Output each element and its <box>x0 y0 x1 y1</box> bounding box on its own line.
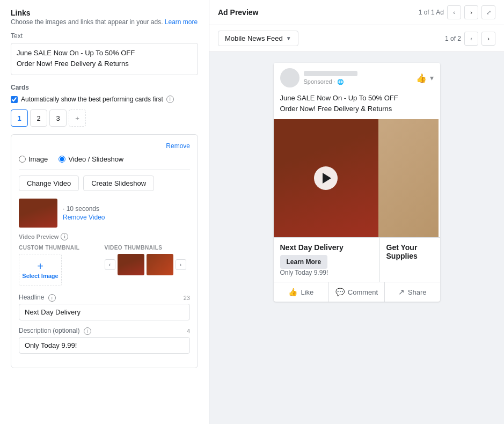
remove-link[interactable]: Remove <box>166 142 190 150</box>
lock-icon: 🌐 <box>337 79 344 85</box>
ad-card-profile: Sponsored · 🌐 <box>280 68 357 87</box>
comment-label: Comment <box>348 288 378 296</box>
placement-chevron-icon: ▼ <box>286 35 291 41</box>
ad-preview-header: Ad Preview 1 of 1 Ad ‹ › ⤢ <box>209 0 504 25</box>
section-title: Links <box>11 9 198 17</box>
radio-video[interactable]: Video / Slideshow <box>59 155 123 163</box>
description-char-count: 4 <box>187 328 190 334</box>
text-label: Text <box>11 32 198 40</box>
ad-secondary-image <box>378 119 439 237</box>
card-nav-next-button[interactable]: › <box>481 32 495 46</box>
ad-nav: 1 of 1 Ad ‹ › ⤢ <box>419 5 495 19</box>
card-tab-3[interactable]: 3 <box>49 109 67 127</box>
share-icon: ↗ <box>398 288 405 296</box>
right-panel: Ad Preview 1 of 1 Ad ‹ › ⤢ Mobile News F… <box>209 0 504 424</box>
comment-button[interactable]: 💬 Comment <box>329 282 385 302</box>
select-image-label: Select Image <box>22 273 58 279</box>
checkbox-row: Automatically show the best performing c… <box>11 96 198 103</box>
share-button[interactable]: ↗ Share <box>385 282 440 302</box>
text-box: June SALE Now On - Up To 50% OFFOrder No… <box>11 43 198 75</box>
card-nav-prev-button[interactable]: ‹ <box>464 32 478 46</box>
description-field-row: Description (optional) i 4 <box>19 327 190 354</box>
ad-preview-title: Ad Preview <box>218 8 258 17</box>
button-row: Change Video Create Slideshow <box>19 176 190 191</box>
description-info-icon: i <box>84 327 91 335</box>
ad-nav-next-button[interactable]: › <box>464 5 478 19</box>
carousel-next-button[interactable]: › <box>176 259 186 270</box>
video-thumb-1[interactable] <box>118 254 144 275</box>
ad-secondary-img-top <box>378 119 439 237</box>
ad-card-header: Sponsored · 🌐 👍 ▾ <box>274 63 440 93</box>
play-triangle-icon <box>323 173 331 184</box>
video-thumb-col-label: VIDEO THUMBNAILS <box>105 245 191 251</box>
radio-row: Image Video / Slideshow <box>19 155 190 163</box>
avatar <box>280 68 300 87</box>
video-thumb-inner <box>19 199 57 228</box>
card-nav-info: 1 of 2 <box>445 35 461 42</box>
plus-icon: + <box>37 261 43 272</box>
ad-cta-headline: Next Day Delivery <box>280 243 373 252</box>
learn-more-link[interactable]: Learn more <box>165 18 198 26</box>
change-video-button[interactable]: Change Video <box>19 176 79 191</box>
placement-select[interactable]: Mobile News Feed ▼ <box>218 31 298 46</box>
divider <box>19 170 190 170</box>
video-thumbnail <box>19 199 57 228</box>
ad-card-body-text: June SALE Now On - Up To 50% OFFOrder No… <box>274 93 440 119</box>
radio-image-input[interactable] <box>19 156 26 163</box>
card-tab-1[interactable]: 1 <box>11 109 28 127</box>
video-thumbs-carousel: ‹ › <box>105 254 191 275</box>
checkbox-label: Automatically show the best performing c… <box>21 96 163 103</box>
left-panel: Links Choose the images and links that a… <box>0 0 209 424</box>
card-tab-add[interactable]: + <box>69 109 86 127</box>
custom-thumb-button[interactable]: + Select Image <box>19 254 62 286</box>
profile-info: Sponsored · 🌐 <box>304 71 357 85</box>
preview-area: Sponsored · 🌐 👍 ▾ June SALE Now On - Up … <box>209 52 504 312</box>
play-button[interactable] <box>314 166 338 190</box>
video-thumbs-col: VIDEO THUMBNAILS ‹ › <box>105 245 191 286</box>
ad-cta-desc: Only Today 9.99! <box>280 269 373 276</box>
remove-video-link[interactable]: Remove Video <box>63 214 105 221</box>
share-label: Share <box>408 288 427 296</box>
video-duration: · 10 seconds <box>63 205 99 213</box>
preview-controls: Mobile News Feed ▼ 1 of 2 ‹ › <box>209 25 504 52</box>
card-box: Remove Image Video / Slideshow Change Vi… <box>11 134 198 368</box>
create-slideshow-button[interactable]: Create Slideshow <box>83 176 154 191</box>
thumbnails-section: CUSTOM THUMBNAIL + Select Image VIDEO TH… <box>19 245 190 286</box>
card-tab-2[interactable]: 2 <box>30 109 47 127</box>
expand-button[interactable]: ⤢ <box>481 5 495 19</box>
video-preview-label: Video Preview i <box>19 233 190 240</box>
radio-video-label: Video / Slideshow <box>68 155 123 163</box>
headline-label-text: Headline i <box>19 294 56 302</box>
auto-order-checkbox[interactable] <box>11 96 18 103</box>
ad-card-images <box>274 119 440 237</box>
card-tabs: 1 2 3 + <box>11 109 198 127</box>
shield-icon: · <box>334 78 335 85</box>
sponsored-text: Sponsored · 🌐 <box>304 78 357 85</box>
headline-field-row: Headline i 23 <box>19 294 190 320</box>
like-button[interactable]: 👍 Like <box>274 282 330 302</box>
ad-nav-prev-button[interactable]: ‹ <box>447 5 461 19</box>
video-thumb-2[interactable] <box>147 254 173 275</box>
info-icon: i <box>166 96 174 103</box>
ad-nav-info: 1 of 1 Ad <box>419 9 444 16</box>
video-preview-info-icon: i <box>61 233 68 240</box>
ad-cta-main: Next Day Delivery Learn More Only Today … <box>274 238 380 282</box>
ad-body-content: June SALE Now On - Up To 50% OFFOrder No… <box>280 94 398 113</box>
ad-main-image <box>274 119 378 237</box>
comment-icon: 💬 <box>335 288 345 296</box>
sponsored-label: Sponsored <box>304 78 332 85</box>
radio-video-input[interactable] <box>59 156 65 163</box>
custom-thumb-col: CUSTOM THUMBNAIL + Select Image <box>19 245 105 286</box>
cta-learn-more-button[interactable]: Learn More <box>280 255 328 269</box>
description-input[interactable] <box>19 337 190 354</box>
card-nav: 1 of 2 ‹ › <box>445 32 495 46</box>
like-label: Like <box>301 288 313 296</box>
headline-input[interactable] <box>19 304 190 320</box>
headline-char-count: 23 <box>184 295 190 301</box>
carousel-prev-button[interactable]: ‹ <box>105 259 115 270</box>
radio-image[interactable]: Image <box>19 155 48 163</box>
like-icon: 👍 <box>288 288 297 296</box>
placement-label: Mobile News Feed <box>225 34 283 42</box>
video-meta: · 10 seconds Remove Video <box>63 205 105 221</box>
radio-image-label: Image <box>28 155 48 163</box>
